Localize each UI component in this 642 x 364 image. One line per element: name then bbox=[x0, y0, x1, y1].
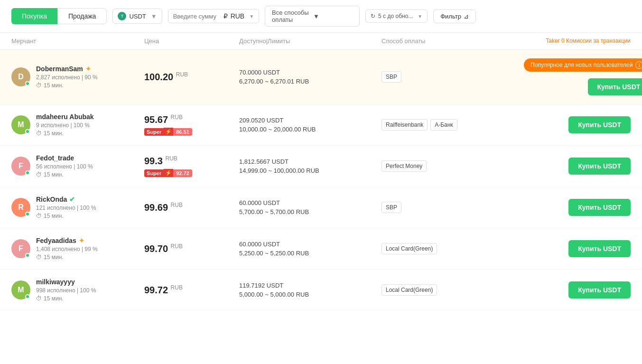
price-value: 95.67 RUB bbox=[144, 114, 239, 125]
merchant-info: Fedyaadidas ✦ 1,408 исполнено | 99 % ⏱ 1… bbox=[36, 237, 98, 261]
table-row: F Fedot_trade 56 исполнено | 100 % ⏱ 15 … bbox=[0, 146, 642, 187]
super-value: 92.72 bbox=[173, 169, 192, 177]
table-row: F Fedyaadidas ✦ 1,408 исполнено | 99 % ⏱… bbox=[0, 228, 642, 270]
table-row: R RickOnda ✔ 121 исполнено | 100 % ⏱ 15 … bbox=[0, 187, 642, 228]
col-limits: Доступно|Лимиты bbox=[239, 37, 381, 45]
limits-col: 119.7192 USDT 5,000.00 ~ 5,000.00 RUB bbox=[239, 282, 381, 298]
limits-col: 70.0000 USDT 6,270.00 ~ 6,270.01 RUB bbox=[239, 69, 381, 85]
online-indicator bbox=[25, 212, 30, 216]
merchant-time: ⏱ 15 мин. bbox=[36, 295, 96, 302]
col-merchant: Мерчант bbox=[11, 37, 144, 45]
super-badge: Super⚡92.72 bbox=[144, 169, 239, 177]
tab-sell[interactable]: Продажа bbox=[57, 8, 107, 24]
price-value: 99.70 RUB bbox=[144, 243, 239, 254]
merchant-info: milkiwayyyy 998 исполнено | 100 % ⏱ 15 м… bbox=[36, 278, 96, 302]
avatar: M bbox=[11, 280, 30, 299]
price-col: 99.70 RUB bbox=[144, 243, 239, 254]
price-value: 99.3 RUB bbox=[144, 155, 239, 167]
available-amount: 70.0000 USDT bbox=[239, 69, 381, 76]
rub-icon: ₽ bbox=[223, 12, 228, 20]
buy-button[interactable]: Купить USDT bbox=[568, 240, 631, 257]
merchant-col: M milkiwayyyy 998 исполнено | 100 % ⏱ 15… bbox=[11, 278, 144, 302]
price-col: 95.67 RUB Super⚡86.51 bbox=[144, 114, 239, 136]
refresh-icon: ↻ bbox=[371, 13, 375, 19]
table-row: M mdaheeru Abubak 9 исполнено | 100 % ⏱ … bbox=[0, 104, 642, 146]
online-indicator bbox=[25, 170, 30, 175]
chevron-down-icon: ▼ bbox=[313, 13, 353, 20]
table-body: D DobermanSam ✦ 2,827 исполнено | 90 % ⏱… bbox=[0, 50, 642, 311]
col-payment: Способ оплаты bbox=[381, 37, 524, 45]
merchant-info: DobermanSam ✦ 2,827 исполнено | 90 % ⏱ 1… bbox=[36, 65, 98, 89]
limits-range: 10,000.00 ~ 20,000.00 RUB bbox=[239, 126, 381, 133]
limits-range: 6,270.00 ~ 6,270.01 RUB bbox=[239, 78, 381, 85]
price-col: 99.69 RUB bbox=[144, 202, 239, 213]
merchant-stats: 56 исполнено | 100 % bbox=[36, 163, 93, 170]
available-amount: 60.0000 USDT bbox=[239, 199, 381, 206]
online-indicator bbox=[25, 129, 30, 134]
merchant-time: ⏱ 15 мин. bbox=[36, 82, 98, 89]
limits-col: 209.0520 USDT 10,000.00 ~ 20,000.00 RUB bbox=[239, 117, 381, 133]
price-value: 99.69 RUB bbox=[144, 202, 239, 213]
payment-tag: Raiffeisenbank bbox=[381, 119, 428, 131]
merchant-stats: 1,408 исполнено | 99 % bbox=[36, 246, 98, 252]
buy-button[interactable]: Купить USDT bbox=[588, 78, 642, 95]
limits-col: 60.0000 USDT 5,250.00 ~ 5,250.00 RUB bbox=[239, 241, 381, 257]
avatar: R bbox=[11, 198, 30, 217]
available-amount: 119.7192 USDT bbox=[239, 282, 381, 289]
price-value: 99.72 RUB bbox=[144, 284, 239, 296]
super-label: Super bbox=[144, 169, 164, 177]
table-row: D DobermanSam ✦ 2,827 исполнено | 90 % ⏱… bbox=[0, 50, 642, 104]
merchant-time: ⏱ 15 мин. bbox=[36, 171, 93, 178]
crypto-select[interactable]: T USDT ▼ bbox=[112, 9, 162, 24]
merchant-name: Fedot_trade bbox=[36, 154, 93, 162]
payment-tag: Perfect Money bbox=[381, 160, 427, 172]
refresh-label: 5 с до обно... bbox=[378, 13, 413, 19]
tab-buy[interactable]: Покупка bbox=[11, 8, 57, 24]
merchant-name: RickOnda ✔ bbox=[36, 196, 96, 203]
buy-button[interactable]: Купить USDT bbox=[568, 116, 631, 133]
super-badge: Super⚡86.51 bbox=[144, 128, 239, 136]
payment-select[interactable]: Все способы оплаты ▼ bbox=[265, 6, 360, 27]
merchant-name: Fedyaadidas ✦ bbox=[36, 237, 98, 244]
limits-range: 14,999.00 ~ 100,000.00 RUB bbox=[239, 167, 381, 174]
buy-button[interactable]: Купить USDT bbox=[568, 158, 631, 175]
clock-icon: ⏱ bbox=[36, 130, 42, 137]
available-amount: 60.0000 USDT bbox=[239, 241, 381, 248]
tab-group: Покупка Продажа bbox=[11, 8, 107, 24]
payment-col: Perfect Money bbox=[381, 160, 524, 172]
lightning-icon: ⚡ bbox=[164, 128, 173, 136]
super-value: 86.51 bbox=[173, 128, 192, 136]
chevron-down-icon: ▼ bbox=[151, 13, 157, 20]
merchant-stats: 2,827 исполнено | 90 % bbox=[36, 74, 98, 81]
payment-col: SBP bbox=[381, 71, 524, 83]
merchant-time: ⏱ 15 мин. bbox=[36, 213, 96, 219]
buy-col: Купить USDT bbox=[524, 158, 631, 175]
available-amount: 209.0520 USDT bbox=[239, 117, 381, 124]
verified-icon: ✦ bbox=[85, 65, 91, 73]
sum-input-wrap[interactable]: ₽ RUB ▼ bbox=[168, 9, 259, 23]
merchant-col: M mdaheeru Abubak 9 исполнено | 100 % ⏱ … bbox=[11, 113, 144, 137]
filter-label: Фильтр bbox=[440, 13, 461, 20]
buy-col: Купить USDT bbox=[524, 281, 631, 299]
price-col: 99.72 RUB bbox=[144, 284, 239, 296]
limits-range: 5,000.00 ~ 5,000.00 RUB bbox=[239, 291, 381, 298]
online-indicator bbox=[25, 81, 30, 86]
limits-range: 5,700.00 ~ 5,700.00 RUB bbox=[239, 208, 381, 215]
sum-input[interactable] bbox=[173, 13, 221, 20]
buy-button[interactable]: Купить USDT bbox=[568, 281, 631, 299]
crypto-label: USDT bbox=[129, 13, 146, 20]
clock-icon: ⏱ bbox=[36, 82, 42, 89]
clock-icon: ⏱ bbox=[36, 254, 42, 261]
buy-button[interactable]: Купить USDT bbox=[568, 199, 631, 216]
refresh-button[interactable]: ↻ 5 с до обно... ▼ bbox=[365, 9, 428, 23]
payment-tag: Local Card(Green) bbox=[381, 243, 437, 254]
payment-tag: Local Card(Green) bbox=[381, 284, 437, 296]
merchant-stats: 9 исполнено | 100 % bbox=[36, 122, 94, 129]
limits-range: 5,250.00 ~ 5,250.00 RUB bbox=[239, 250, 381, 257]
super-label: Super bbox=[144, 128, 164, 136]
lightning-icon: ⚡ bbox=[164, 169, 173, 177]
verified-icon: ✔ bbox=[69, 196, 75, 203]
payment-col: Local Card(Green) bbox=[381, 243, 524, 254]
buy-col: Купить USDT bbox=[524, 240, 631, 257]
filter-button[interactable]: Фильтр ⊿ bbox=[433, 9, 476, 23]
